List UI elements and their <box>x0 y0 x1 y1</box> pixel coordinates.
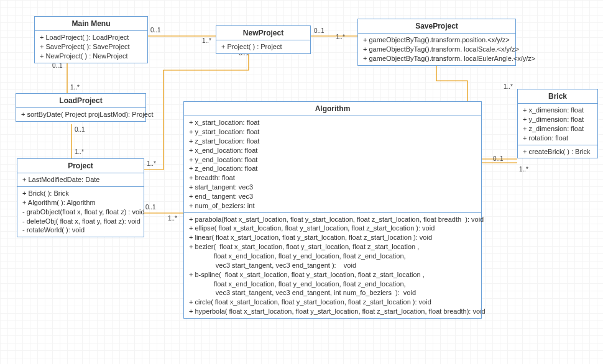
method-line: + Algorithm( ): Algorithm <box>22 198 139 207</box>
class-methods: + sortByDate( Project projLastMod): Proj… <box>16 108 145 121</box>
attr-line: + z_end_location: float <box>189 164 476 173</box>
method-line: vec3 start_tangent, vec3 end_tangent ): … <box>189 261 476 270</box>
mult-label: 0..1 <box>493 155 504 162</box>
class-methods: + LoadProject( ): LoadProject + SaveProj… <box>35 31 147 63</box>
attr-line: + LastModifiedDate: Date <box>22 175 139 184</box>
class-methods: + Brick( ): Brick + Algorithm( ): Algori… <box>17 187 144 237</box>
mult-label: 1..* <box>70 84 80 91</box>
method-line: float x_end_location, float y_end_locati… <box>189 280 476 289</box>
class-new-project[interactable]: NewProject + Project( ) : Project <box>216 25 311 54</box>
method-line: + sortByDate( Project projLastMod): Proj… <box>21 110 140 119</box>
method-line: + b-spline( float x_start_location, floa… <box>189 270 476 280</box>
method-line: + Brick( ): Brick <box>22 189 139 198</box>
attr-line: + num_of_beziers: int <box>189 201 476 211</box>
attr-line: + x_end_location: float <box>189 146 476 155</box>
class-title: Project <box>17 159 144 173</box>
mult-label: 1..* <box>519 166 528 173</box>
class-main-menu[interactable]: Main Menu + LoadProject( ): LoadProject … <box>34 16 148 63</box>
attr-line: + y_end_location: float <box>189 155 476 165</box>
method-line: + Project( ) : Project <box>221 42 305 52</box>
method-line: + NewProject( ) : NewProject <box>40 52 142 61</box>
class-methods: + parabola(float x_start_location, float… <box>184 213 481 318</box>
attr-line: + end_ tangent: vec3 <box>189 192 476 201</box>
method-line: + gameObjectByTag().transform.position.<… <box>363 35 510 45</box>
class-attrs: + x_start_location: float + y_start_loca… <box>184 116 481 212</box>
class-title: NewProject <box>216 26 310 40</box>
method-line: + linear( float x_start_location, float … <box>189 233 476 242</box>
attr-line: + y_start_location: float <box>189 127 476 137</box>
method-line: + gameObjectByTag().transform. localScal… <box>363 45 510 54</box>
class-title: Main Menu <box>35 17 147 31</box>
class-project[interactable]: Project + LastModifiedDate: Date + Brick… <box>17 158 144 237</box>
mult-label: 1..* <box>202 37 211 44</box>
attr-line: + x_dimension: float <box>523 106 592 115</box>
method-line: - rotateWorld( ): void <box>22 225 139 235</box>
class-brick[interactable]: Brick + x_dimension: float + y_dimension… <box>517 89 598 158</box>
mult-label: 0..1 <box>314 27 325 34</box>
mult-label: 1..* <box>147 160 156 167</box>
attr-line: + start_tangent: vec3 <box>189 183 476 192</box>
class-title: SaveProject <box>358 19 515 34</box>
method-line: + gameObjectByTag().transform. localEule… <box>363 54 510 63</box>
attr-line: + breadth: float <box>189 173 476 183</box>
method-line: + LoadProject( ): LoadProject <box>40 33 142 42</box>
method-line: float x_end_location, float y_end_locati… <box>189 252 476 261</box>
class-methods: + Project( ) : Project <box>216 40 310 53</box>
mult-label: 0..1 <box>145 204 156 211</box>
attr-line: + y_dimension: float <box>523 115 592 124</box>
mult-label: 0..1 <box>75 126 85 133</box>
method-line: + createBrick( ) : Brick <box>523 147 592 157</box>
method-line: + circle( float x_start_location, float … <box>189 298 476 307</box>
method-line: - grabObject(float x, float y, float z) … <box>22 207 139 217</box>
class-methods: + gameObjectByTag().transform.position.<… <box>358 34 515 65</box>
mult-label: 1..* <box>336 34 345 40</box>
mult-label: 1..* <box>168 215 177 222</box>
class-title: LoadProject <box>16 94 145 108</box>
attr-line: + z_dimension: float <box>523 124 592 134</box>
method-line: + SaveProject( ): SaveProject <box>40 42 142 52</box>
class-attrs: + x_dimension: float + y_dimension: floa… <box>518 104 597 145</box>
method-line: + parabola(float x_start_location, float… <box>189 215 476 224</box>
method-line: + hyperbola( float x_start_location, flo… <box>189 307 476 316</box>
method-line: + ellipse( float x_start_location, float… <box>189 224 476 233</box>
class-algorithm[interactable]: Algorithm + x_start_location: float + y_… <box>183 101 482 319</box>
method-line: vec3 start_tangent, vec3 end_tangent, in… <box>189 288 476 298</box>
attr-line: + rotation: float <box>523 134 592 143</box>
method-line: + bezier( float x_start_location, float … <box>189 242 476 252</box>
class-save-project[interactable]: SaveProject + gameObjectByTag().transfor… <box>357 19 516 66</box>
attr-line: + x_start_location: float <box>189 118 476 127</box>
attr-line: + z_start_location: float <box>189 137 476 146</box>
method-line: - deleteObj( float x, float y, float z):… <box>22 217 139 226</box>
mult-label: 1..* <box>75 148 84 155</box>
class-attrs: + LastModifiedDate: Date <box>17 173 144 187</box>
mult-label: 1..* <box>504 83 513 90</box>
class-title: Algorithm <box>184 102 481 116</box>
class-load-project[interactable]: LoadProject + sortByDate( Project projLa… <box>16 93 146 122</box>
class-methods: + createBrick( ) : Brick <box>518 145 597 158</box>
mult-label: 0..1 <box>150 27 161 34</box>
class-title: Brick <box>518 89 597 104</box>
